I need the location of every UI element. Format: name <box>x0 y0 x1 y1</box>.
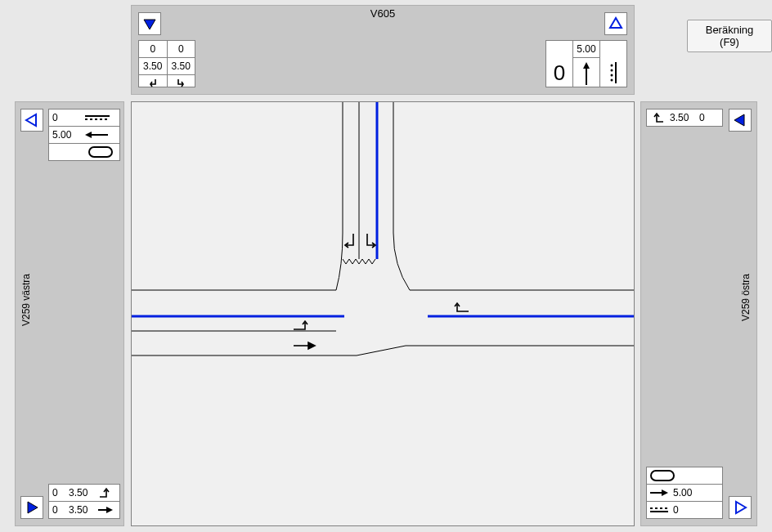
west-approach-panel: V259 västra 0 5.00 <box>15 101 124 526</box>
svg-marker-14 <box>85 132 92 138</box>
et0-width: 3.50 <box>670 112 694 123</box>
lane0-width: 3.50 <box>139 57 167 74</box>
arrow-up-icon <box>608 16 623 31</box>
svg-marker-17 <box>106 507 113 513</box>
wt1-width: 5.00 <box>52 129 80 141</box>
wb0-extra: 0 <box>52 487 64 498</box>
eb1-width: 5.00 <box>673 487 692 498</box>
svg-marker-9 <box>26 114 36 126</box>
svg-marker-1 <box>610 18 622 28</box>
svg-point-4 <box>611 65 613 67</box>
east-dec-arrow[interactable] <box>729 109 752 132</box>
north-dec-arrow[interactable] <box>138 12 161 35</box>
north-inc-arrow[interactable] <box>604 12 627 35</box>
turn-left-down-icon <box>147 78 159 89</box>
lane0-icon <box>139 74 167 92</box>
west-title: V259 västra <box>20 274 32 326</box>
east-inc-arrow[interactable] <box>729 496 752 519</box>
arrow-right-line-icon <box>98 506 113 514</box>
svg-point-5 <box>611 69 613 72</box>
svg-point-7 <box>611 79 613 82</box>
east-bottom-lanes-box[interactable]: 5.00 0 <box>646 467 723 519</box>
et0-extra: 0 <box>699 112 711 123</box>
arrow-up-straight-icon <box>581 62 592 87</box>
lane0-extra: 0 <box>139 41 167 57</box>
turn-left-up-icon <box>650 112 665 123</box>
island-pill-icon <box>88 146 113 158</box>
svg-marker-3 <box>583 62 590 69</box>
svg-marker-10 <box>28 502 38 513</box>
out-lane-icon <box>573 57 599 91</box>
eb2-width: 0 <box>673 504 679 516</box>
island-pill-icon <box>650 470 675 481</box>
island-icon: 0 <box>554 62 565 83</box>
north-out-lanes-box[interactable]: 0 5.00 <box>545 40 627 87</box>
arrow-right-icon <box>25 500 39 515</box>
lane1-extra: 0 <box>168 41 195 57</box>
intersection-canvas <box>131 101 635 526</box>
west-inc-arrow[interactable] <box>20 496 43 519</box>
svg-marker-19 <box>736 502 746 513</box>
dashed-line-icon <box>650 506 668 514</box>
wb1-width: 3.50 <box>69 504 93 516</box>
svg-marker-18 <box>734 114 744 126</box>
arrow-left-line-icon <box>85 131 110 139</box>
arrow-right-line-icon <box>650 489 668 497</box>
east-title: V259 östra <box>740 274 752 321</box>
arrow-down-icon <box>142 16 157 31</box>
out-lane-width: 5.00 <box>573 41 599 57</box>
north-approach-panel: V605 0 3.50 0 3.50 <box>131 5 635 95</box>
east-approach-panel: V259 östra 3.50 0 <box>640 101 757 526</box>
svg-marker-0 <box>144 20 155 29</box>
divider-dots-icon <box>608 60 619 85</box>
svg-point-6 <box>611 74 613 77</box>
turn-right-down-icon <box>175 78 186 89</box>
wb1-extra: 0 <box>52 504 64 516</box>
west-top-lanes-box[interactable]: 0 5.00 <box>48 109 120 161</box>
svg-rect-20 <box>651 471 674 481</box>
turn-up-right-icon <box>98 487 113 498</box>
wt0-width: 0 <box>52 112 80 123</box>
arrow-left-filled-icon <box>733 113 747 127</box>
west-dec-arrow[interactable] <box>20 109 43 132</box>
lane1-width: 3.50 <box>168 57 195 74</box>
svg-marker-22 <box>662 490 668 496</box>
west-bottom-lanes-box[interactable]: 0 3.50 0 3.50 <box>48 484 120 519</box>
arrow-right-outline-icon <box>733 500 747 515</box>
svg-rect-15 <box>89 147 112 157</box>
wb0-width: 3.50 <box>69 487 93 498</box>
calc-button[interactable]: Beräkning (F9) <box>687 20 772 52</box>
lane1-icon <box>168 74 195 92</box>
arrow-left-icon <box>25 113 39 127</box>
north-in-lanes-box[interactable]: 0 3.50 0 3.50 <box>138 40 195 87</box>
dashed-line-icon <box>85 114 110 122</box>
intersection-svg <box>132 102 634 525</box>
east-top-lanes-box[interactable]: 3.50 0 <box>646 109 723 127</box>
svg-marker-35 <box>308 342 315 349</box>
north-title: V605 <box>132 7 634 20</box>
